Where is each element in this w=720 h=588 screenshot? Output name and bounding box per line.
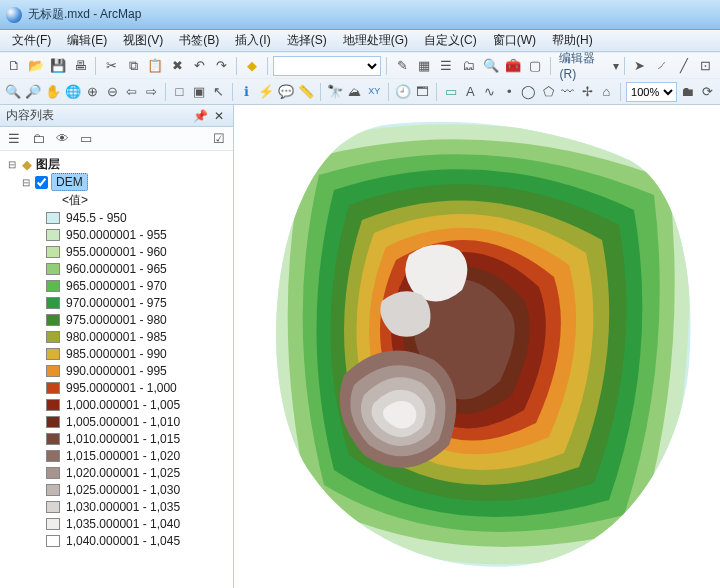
legend-item[interactable]: 955.0000001 - 960 — [4, 243, 229, 260]
legend-item[interactable]: 995.0000001 - 1,000 — [4, 379, 229, 396]
layer-name[interactable]: DEM — [51, 173, 88, 191]
draw-circle-icon[interactable]: ◯ — [520, 81, 537, 103]
draw-curve-icon[interactable]: 〰 — [559, 81, 576, 103]
search-icon[interactable]: 🔍 — [480, 55, 500, 77]
pin-icon[interactable]: 📌 — [190, 109, 211, 123]
back-extent-icon[interactable]: ⇦ — [123, 81, 140, 103]
zoom-percent-combo[interactable]: 100% — [626, 82, 677, 102]
legend-item[interactable]: 1,040.000001 - 1,045 — [4, 532, 229, 549]
layer-visibility-checkbox[interactable] — [35, 176, 48, 189]
legend-item[interactable]: 950.0000001 - 955 — [4, 226, 229, 243]
cut-icon[interactable]: ✂ — [101, 55, 121, 77]
paste-icon[interactable]: 📋 — [145, 55, 165, 77]
find-route-icon[interactable]: ⛰ — [346, 81, 363, 103]
full-extent-icon[interactable]: 🌐 — [64, 81, 82, 103]
time-slider-icon[interactable]: 🕘 — [394, 81, 412, 103]
draw-point-icon[interactable]: • — [500, 81, 517, 103]
scale-combo[interactable] — [273, 56, 381, 76]
menu-view[interactable]: 视图(V) — [115, 30, 171, 51]
save-icon[interactable]: 💾 — [48, 55, 68, 77]
close-icon[interactable]: ✕ — [211, 109, 227, 123]
hyperlink-icon[interactable]: ⚡ — [257, 81, 275, 103]
redo-icon[interactable]: ↷ — [211, 55, 231, 77]
legend-item[interactable]: 975.0000001 - 980 — [4, 311, 229, 328]
arc-toolbox-icon[interactable]: 🧰 — [503, 55, 523, 77]
legend-item[interactable]: 985.0000001 - 990 — [4, 345, 229, 362]
menu-custom[interactable]: 自定义(C) — [416, 30, 485, 51]
legend-item[interactable]: 970.0000001 - 975 — [4, 294, 229, 311]
collapse-icon[interactable]: ⊟ — [6, 159, 18, 170]
tree-layer[interactable]: ⊟ DEM — [4, 173, 229, 191]
draw-callout-icon[interactable]: ⌂ — [598, 81, 615, 103]
print-icon[interactable]: 🖶 — [70, 55, 90, 77]
map-view[interactable] — [234, 105, 720, 588]
find-icon[interactable]: 🔭 — [326, 81, 344, 103]
pan-icon[interactable]: ✋ — [44, 81, 62, 103]
zoom-in-icon[interactable]: 🔍 — [4, 81, 22, 103]
delete-icon[interactable]: ✖ — [167, 55, 187, 77]
pause-icon[interactable]: ⟳ — [699, 81, 716, 103]
menu-help[interactable]: 帮助(H) — [544, 30, 601, 51]
open-doc-icon[interactable]: 📂 — [26, 55, 46, 77]
legend-item[interactable]: 1,030.000001 - 1,035 — [4, 498, 229, 515]
toc-icon[interactable]: ☰ — [436, 55, 456, 77]
identify-icon[interactable]: ℹ — [238, 81, 255, 103]
draw-text-icon[interactable]: A — [462, 81, 479, 103]
pointer-icon[interactable]: ↖ — [210, 81, 227, 103]
legend-item[interactable]: 1,035.000001 - 1,040 — [4, 515, 229, 532]
menu-file[interactable]: 文件(F) — [4, 30, 59, 51]
menu-window[interactable]: 窗口(W) — [485, 30, 544, 51]
zoom-out-icon[interactable]: 🔎 — [24, 81, 42, 103]
go-to-xy-icon[interactable]: XY — [366, 81, 383, 103]
select-features-icon[interactable]: □ — [171, 81, 188, 103]
draw-marker-icon[interactable]: ✢ — [578, 81, 595, 103]
list-by-source-icon[interactable]: 🗀 — [28, 129, 48, 149]
list-by-drawing-order-icon[interactable]: ☰ — [4, 129, 24, 149]
table-icon[interactable]: ▦ — [414, 55, 434, 77]
editor-tool-3-icon[interactable]: ⊡ — [696, 55, 716, 77]
undo-icon[interactable]: ↶ — [189, 55, 209, 77]
add-data-icon[interactable]: ◆ — [242, 55, 262, 77]
menu-insert[interactable]: 插入(I) — [227, 30, 278, 51]
editor-tool-2-icon[interactable]: ╱ — [674, 55, 694, 77]
legend-item[interactable]: 980.0000001 - 985 — [4, 328, 229, 345]
draw-line-icon[interactable]: ∿ — [481, 81, 498, 103]
menu-select[interactable]: 选择(S) — [279, 30, 335, 51]
python-icon[interactable]: ▢ — [525, 55, 545, 77]
list-by-selection-icon[interactable]: ▭ — [76, 129, 96, 149]
create-viewer-icon[interactable]: 🗔 — [414, 81, 431, 103]
measure-icon[interactable]: 📏 — [297, 81, 315, 103]
clear-selection-icon[interactable]: ▣ — [190, 81, 207, 103]
legend-item[interactable]: 1,010.000001 - 1,015 — [4, 430, 229, 447]
legend-item[interactable]: 1,000.000001 - 1,005 — [4, 396, 229, 413]
legend-item[interactable]: 990.0000001 - 995 — [4, 362, 229, 379]
legend-item[interactable]: 965.0000001 - 970 — [4, 277, 229, 294]
tree-root[interactable]: ⊟ ◆ 图层 — [4, 155, 229, 173]
editor-toolbar-icon[interactable]: ✎ — [392, 55, 412, 77]
fixed-zoom-in-icon[interactable]: ⊕ — [84, 81, 101, 103]
menu-geoprocessing[interactable]: 地理处理(G) — [335, 30, 416, 51]
legend-item[interactable]: 960.0000001 - 965 — [4, 260, 229, 277]
draw-rect-icon[interactable]: ▭ — [442, 81, 459, 103]
legend-item[interactable]: 1,025.000001 - 1,030 — [4, 481, 229, 498]
list-by-visibility-icon[interactable]: 👁 — [52, 129, 72, 149]
refresh-icon[interactable]: 🖿 — [679, 81, 696, 103]
editor-arrow-icon[interactable]: ➤ — [630, 55, 650, 77]
draw-poly-icon[interactable]: ⬠ — [539, 81, 556, 103]
html-popup-icon[interactable]: 💬 — [277, 81, 295, 103]
menu-bookmarks[interactable]: 书签(B) — [171, 30, 227, 51]
copy-icon[interactable]: ⧉ — [123, 55, 143, 77]
legend-item[interactable]: 945.5 - 950 — [4, 209, 229, 226]
new-doc-icon[interactable]: 🗋 — [4, 55, 24, 77]
editor-tool-1-icon[interactable]: ⟋ — [652, 55, 672, 77]
collapse-icon[interactable]: ⊟ — [20, 177, 32, 188]
editor-dropdown-label[interactable]: 编辑器(R) — [555, 50, 610, 81]
legend-item[interactable]: 1,020.000001 - 1,025 — [4, 464, 229, 481]
catalog-icon[interactable]: 🗂 — [458, 55, 478, 77]
legend-item[interactable]: 1,015.000001 - 1,020 — [4, 447, 229, 464]
options-icon[interactable]: ☑ — [209, 129, 229, 149]
fixed-zoom-out-icon[interactable]: ⊖ — [103, 81, 120, 103]
menu-edit[interactable]: 编辑(E) — [59, 30, 115, 51]
legend-item[interactable]: 1,005.000001 - 1,010 — [4, 413, 229, 430]
forward-extent-icon[interactable]: ⇨ — [142, 81, 159, 103]
